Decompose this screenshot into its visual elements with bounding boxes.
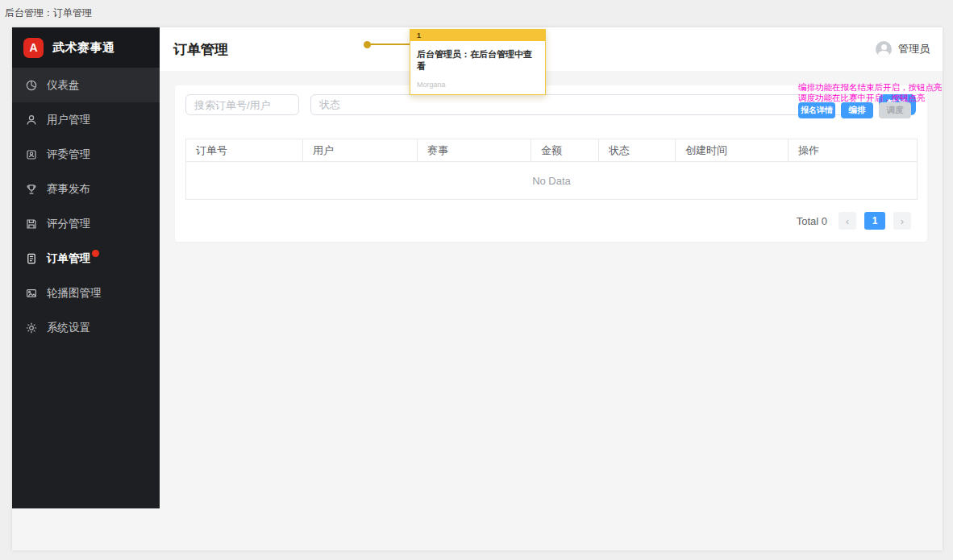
- dispatch-button[interactable]: 调度: [879, 102, 911, 118]
- annotation-connector-line: [370, 44, 410, 45]
- header-bar: 订单管理 管理员: [160, 27, 943, 71]
- app-window: A 武术赛事通 仪表盘 用户管理 评委管理: [12, 27, 943, 550]
- annotation-text: 后台管理员：在后台管理中查看: [410, 41, 545, 73]
- sidebar-item-events[interactable]: 赛事发布: [12, 172, 160, 206]
- judge-badge-icon: [25, 148, 38, 161]
- pagination-page-1[interactable]: 1: [864, 212, 885, 230]
- user-icon: [25, 114, 38, 127]
- logo-title: 武术赛事通: [52, 40, 115, 56]
- sidebar-item-orders[interactable]: 订单管理: [12, 241, 160, 276]
- column-header-actions: 操作: [789, 139, 917, 161]
- sidebar-item-settings[interactable]: 系统设置: [12, 310, 160, 345]
- column-header-created: 创建时间: [676, 139, 789, 161]
- column-header-amount: 金额: [531, 139, 599, 161]
- sidebar-item-users[interactable]: 用户管理: [12, 102, 160, 137]
- annotation-author: Morgana: [417, 81, 446, 89]
- user-name: 管理员: [898, 42, 930, 56]
- action-annotation-note: 编排功能在报名结束后开启，按钮点亮 调度功能在比赛中开启，按钮点亮: [798, 82, 927, 102]
- pagination-total: Total 0: [797, 215, 827, 227]
- page-title: 订单管理: [173, 40, 228, 59]
- sidebar-item-label: 仪表盘: [47, 78, 80, 93]
- sidebar-item-label: 评委管理: [47, 147, 90, 162]
- pagination: Total 0 ‹ 1 ›: [797, 212, 911, 230]
- column-header-user: 用户: [303, 139, 418, 161]
- table-header-row: 订单号 用户 赛事 金额 状态 创建时间 操作: [186, 139, 917, 162]
- sidebar-item-dashboard[interactable]: 仪表盘: [12, 68, 160, 102]
- notification-dot: [92, 250, 99, 257]
- search-input[interactable]: [185, 94, 299, 115]
- save-icon: [25, 218, 38, 230]
- sidebar-item-label: 赛事发布: [47, 182, 90, 197]
- action-note-line1: 编排功能在报名结束后开启，按钮点亮: [798, 82, 927, 93]
- sidebar-item-label: 评分管理: [47, 217, 90, 231]
- gear-icon: [25, 321, 38, 334]
- sidebar-item-scores[interactable]: 评分管理: [12, 206, 160, 241]
- table-empty-row: No Data: [186, 162, 917, 199]
- column-header-event: 赛事: [418, 139, 531, 161]
- status-select-placeholder: 状态: [319, 97, 340, 112]
- sidebar-item-label: 用户管理: [47, 113, 90, 127]
- sidebar-item-judges[interactable]: 评委管理: [12, 137, 160, 172]
- annotation-note: 1 后台管理员：在后台管理中查看 Morgana: [410, 29, 546, 95]
- annotation-index: 1: [410, 30, 545, 41]
- trophy-icon: [25, 183, 38, 196]
- registration-detail-button[interactable]: 报名详情: [798, 102, 835, 118]
- order-document-icon: [25, 252, 38, 265]
- pagination-prev-button[interactable]: ‹: [839, 212, 856, 230]
- sidebar-menu: 仪表盘 用户管理 评委管理 赛事发布: [12, 68, 160, 345]
- orders-table: 订单号 用户 赛事 金额 状态 创建时间 操作 No Data: [185, 139, 918, 200]
- empty-state-text: No Data: [186, 175, 917, 187]
- avatar-icon: [876, 41, 892, 57]
- status-select[interactable]: 状态: [310, 94, 869, 115]
- logo-icon: A: [23, 38, 44, 58]
- sidebar-item-label: 轮播图管理: [47, 286, 102, 301]
- action-note-line2: 调度功能在比赛中开启，按钮点亮: [798, 93, 927, 103]
- sidebar: A 武术赛事通 仪表盘 用户管理 评委管理: [12, 27, 160, 508]
- arrange-button[interactable]: 编排: [841, 102, 873, 118]
- user-menu[interactable]: 管理员: [876, 41, 930, 57]
- image-icon: [25, 287, 38, 300]
- row-action-buttons: 报名详情 编排 调度: [798, 102, 911, 118]
- sidebar-item-label: 系统设置: [47, 321, 90, 335]
- sidebar-item-label: 订单管理: [47, 251, 90, 266]
- dashboard-icon: [25, 79, 38, 92]
- column-header-order-no: 订单号: [186, 139, 303, 161]
- breadcrumb: 后台管理：订单管理: [5, 6, 92, 20]
- orders-card: 状态 筛选 订单号 用户 赛事 金额 状态 创建时间 操作 No Data 编排…: [175, 85, 927, 242]
- column-header-status: 状态: [599, 139, 676, 161]
- pagination-next-button[interactable]: ›: [893, 212, 911, 230]
- logo: A 武术赛事通: [12, 27, 160, 68]
- sidebar-item-carousel[interactable]: 轮播图管理: [12, 276, 160, 310]
